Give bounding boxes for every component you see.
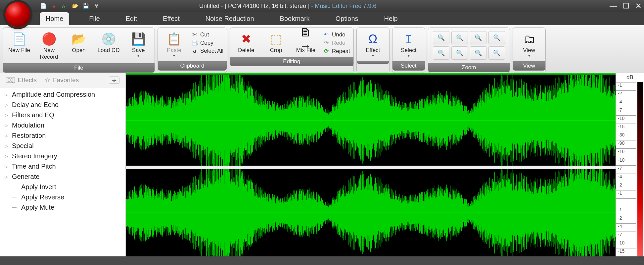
tree-item-label: Amplitude and Compression [12,91,95,98]
window-title: Untitled - [ PCM 44100 Hz; 16 bit; stere… [100,3,610,10]
tree-item-label: Restoration [12,132,46,139]
db-tick: -7 [616,232,636,237]
close-button[interactable]: ✕ [635,2,641,10]
ribbon-group-effect: ΩEffect [356,27,390,73]
db-header: dB [616,73,644,82]
tab-edit[interactable]: Edit [120,12,143,25]
button-label: Select All [200,48,223,54]
tree-item-label: Apply Invert [21,183,56,191]
tree-item-special[interactable]: ▷Special [3,141,122,151]
open-button[interactable]: 📂Open [66,30,92,55]
chevron-down-icon [528,54,530,58]
open-folder-icon[interactable]: 📂 [71,2,79,10]
mix-file-button[interactable]: 🗎→Mix File [293,30,319,55]
select-all-button[interactable]: aSelect All [191,48,223,54]
save-button[interactable]: 💾Save [125,30,151,59]
tree-item-delay-and-echo[interactable]: ▷Delay and Echo [3,100,122,110]
group-label: Zoom [428,63,510,72]
delete-icon: ✖ [238,31,254,47]
side-tab-effects[interactable]: EQ Effects [6,77,37,84]
db-tick: -10 [616,240,636,245]
tree-item-apply-reverse[interactable]: Apply Reverse [3,192,122,202]
select-button[interactable]: 𝙸Select [396,30,422,59]
crop-button[interactable]: ⬚Crop [263,30,289,55]
db-tick [616,198,636,199]
save-icon[interactable]: 💾 [82,2,89,10]
ribbon-group-file: 📄New File🔴New Record📂Open💿Load CD💾SaveFi… [3,27,155,73]
load-cd-button[interactable]: 💿Load CD [96,30,121,55]
group-label: Editing [230,57,353,66]
db-tick: -1 [616,190,636,196]
delete-button[interactable]: ✖Delete [233,30,259,55]
paste-button[interactable]: 📋Paste [161,30,187,59]
view-button[interactable]: 🗂View [516,30,542,59]
select-icon: 𝙸 [401,31,417,47]
tab-home[interactable]: Home [40,12,69,25]
maximize-button[interactable]: ☐ [623,2,629,10]
record-dot-icon[interactable]: ● [50,2,58,10]
side-tab-favorites[interactable]: ☆ Favorites [45,76,79,84]
tab-noise-reduction[interactable]: Noise Reduction [200,12,260,25]
tree-item-restoration[interactable]: ▷Restoration [3,131,122,141]
repeat-button[interactable]: ⟳Repeat [323,48,350,55]
quick-access-toolbar: 📄 ● A+ 📂 💾 ☢ [40,2,100,10]
tree-item-modulation[interactable]: ▷Modulation [3,120,122,131]
zoom-button-2[interactable]: 🔍 [470,31,486,44]
tree-item-generate[interactable]: ▷Generate [3,172,122,182]
tab-options[interactable]: Options [330,12,364,25]
db-tick: -4 [616,99,636,104]
copy-button[interactable]: 📑Copy [191,39,223,46]
group-label: View [513,61,545,71]
add-track-icon[interactable]: A+ [61,2,68,10]
tree-item-filters-and-eq[interactable]: ▷Filters and EQ [3,110,122,120]
burn-cd-icon[interactable]: ☢ [93,2,100,10]
zoom-button-1[interactable]: 🔍 [451,31,468,44]
title-bar: 📄 ● A+ 📂 💾 ☢ Untitled - [ PCM 44100 Hz; … [0,0,644,12]
ribbon-group-view: 🗂ViewView [513,27,546,73]
tree-item-stereo-imagery[interactable]: ▷Stereo Imagery [3,151,122,161]
tree-item-label: Time and Pitch [12,163,56,170]
zoom-button-0[interactable]: 🔍 [433,31,449,44]
zoom-button-6[interactable]: 🔍 [470,46,486,60]
cut-button[interactable]: ✂Cut [191,31,223,38]
button-label: Load CD [97,47,119,54]
effect-button[interactable]: ΩEffect [360,30,386,59]
mix-file-icon: 🗎→ [298,31,314,47]
crop-icon: ⬚ [268,31,284,47]
ribbon-group-zoom: 🔍🔍🔍🔍🔍🔍🔍🔍Zoom [428,27,510,73]
waveform-right-channel[interactable] [126,169,616,257]
new-record-button[interactable]: 🔴New Record [36,30,62,61]
zoom-button-4[interactable]: 🔍 [433,46,449,60]
tree-item-amplitude-and-compression[interactable]: ▷Amplitude and Compression [3,89,122,100]
tracks-container [126,73,616,256]
db-tick: -7 [616,165,636,171]
db-tick: -15 [616,248,636,254]
button-label: Paste [167,47,181,54]
side-panel-expand-button[interactable]: ◂▸ [109,77,119,84]
tree-item-label: Stereo Imagery [12,152,57,160]
expand-caret-icon: ▷ [5,102,9,107]
tab-help[interactable]: Help [378,12,404,25]
new-file-button[interactable]: 📄New File [6,30,32,55]
redo-button[interactable]: ↷Redo [323,39,350,46]
tree-item-apply-mute[interactable]: Apply Mute [3,202,122,213]
tree-item-apply-invert[interactable]: Apply Invert [3,182,122,192]
button-label: Cut [200,31,209,38]
zoom-button-5[interactable]: 🔍 [451,46,468,60]
new-file-icon[interactable]: 📄 [40,2,47,10]
tree-item-label: Modulation [12,122,44,129]
expand-caret-icon: ▷ [5,133,9,138]
tab-file[interactable]: File [83,12,106,25]
app-record-orb[interactable] [5,2,30,27]
undo-button[interactable]: ↶Undo [323,31,350,38]
tree-item-time-and-pitch[interactable]: ▷Time and Pitch [3,161,122,172]
zoom-button-7[interactable]: 🔍 [488,46,505,60]
side-panel-tabs: EQ Effects ☆ Favorites ◂▸ [0,73,125,87]
tree-item-label: Special [12,142,34,150]
tab-bookmark[interactable]: Bookmark [274,12,316,25]
zoom-button-3[interactable]: 🔍 [488,31,505,44]
waveform-left-channel[interactable] [126,75,616,166]
minimize-button[interactable]: — [610,2,617,10]
db-tick: -7 [616,107,636,113]
tab-effect[interactable]: Effect [157,12,186,25]
